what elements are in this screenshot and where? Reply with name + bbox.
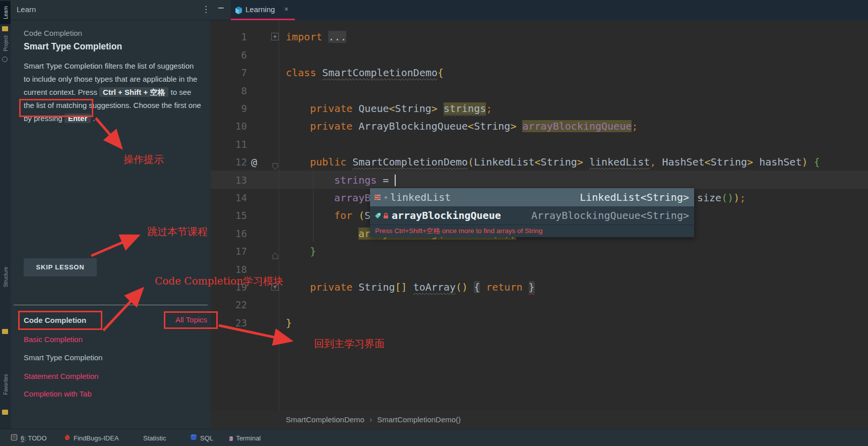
breadcrumb-item[interactable]: SmartCompletionDemo()	[377, 415, 461, 424]
lesson-category: Code Completion	[24, 29, 82, 37]
line-number: 9	[211, 99, 247, 118]
skip-lesson-button[interactable]: SKIP LESSON	[24, 258, 97, 276]
status-item-statistic[interactable]: Statistic	[140, 429, 166, 446]
shortcut-chip: Ctrl + Shift + 空格	[99, 87, 168, 97]
breadcrumb-item[interactable]: SmartCompletionDemo	[286, 415, 364, 424]
module-item-statement-completion[interactable]: Statement Completion	[24, 372, 98, 380]
line-number: 7	[211, 64, 247, 82]
code-line-8[interactable]: 8	[211, 82, 868, 100]
folder-icon	[2, 26, 8, 31]
code-text: private ArrayBlockingQueue<String> array…	[310, 117, 638, 135]
annotation-box-all-topics	[164, 311, 218, 329]
breadcrumb: SmartCompletionDemo›SmartCompletionDemo(…	[211, 411, 868, 429]
status-item-todo[interactable]: 6: TODO	[11, 429, 47, 446]
fold-marker-icon[interactable]	[271, 158, 279, 166]
stripe-item-structure[interactable]: Structure	[0, 262, 11, 292]
code-text: private String[] toArray() { return }	[310, 278, 535, 296]
completion-item-arrayBlockingQueue[interactable]: arrayBlockingQueueArrayBlockingQueue<Str…	[370, 206, 694, 225]
module-item-basic-completion[interactable]: Basic Completion	[24, 335, 83, 344]
line-number: 8	[211, 82, 247, 100]
dot-icon	[385, 196, 387, 199]
code-line-12[interactable]: 12@public SmartCompletionDemo(LinkedList…	[211, 153, 868, 171]
code-line-10[interactable]: 10private ArrayBlockingQueue<String> arr…	[211, 117, 868, 135]
line-number: 16	[211, 225, 247, 243]
line-number: 13	[211, 171, 247, 189]
fold-marker-icon[interactable]: +	[271, 33, 279, 41]
code-text: }	[286, 314, 292, 332]
code-text: private Queue<String> strings;	[310, 99, 492, 118]
code-line-1[interactable]: 1+import ...	[211, 28, 868, 46]
tab-label: Learning	[245, 5, 275, 14]
bug-icon	[64, 434, 71, 442]
status-item-terminal[interactable]: ›_Terminal	[229, 429, 261, 446]
parameter-icon	[374, 194, 382, 201]
field-lock-icon	[374, 212, 389, 219]
annotation-gutter-icon: @	[251, 153, 257, 171]
code-text: public SmartCompletionDemo(LinkedList<St…	[310, 153, 820, 171]
line-number: 1	[211, 28, 247, 46]
line-number: 12	[211, 153, 247, 171]
code-line-22[interactable]: 22	[211, 296, 868, 314]
lesson-title: Smart Type Completion	[24, 41, 122, 52]
favorites-icon	[2, 410, 8, 415]
line-number: 15	[211, 206, 247, 225]
stripe-item-favorites[interactable]: Favorites	[0, 368, 11, 401]
completion-hint: Press Ctrl+Shift+空格 once more to find ar…	[370, 225, 694, 237]
status-item-label: SQL	[200, 434, 213, 442]
annotation-tip-back: 回到主学习界面	[314, 337, 385, 351]
completion-item-linkedList[interactable]: linkedListLinkedList<String>	[370, 188, 694, 206]
module-item-completion-with-tab[interactable]: Completion with Tab	[24, 389, 92, 398]
code-line-6[interactable]: 6	[211, 46, 868, 64]
completion-item-name: arrayBlockingQueue	[392, 209, 501, 221]
code-line-18[interactable]: 18	[211, 260, 868, 278]
code-line-23[interactable]: 23}	[211, 314, 868, 332]
status-item-label: FindBugs-IDEA	[74, 434, 119, 442]
database-icon	[190, 434, 197, 442]
line-number: 17	[211, 242, 247, 260]
stripe-item-project[interactable]: Project	[0, 32, 11, 54]
tool-window-stripe: LearnProjectStructureFavorites	[0, 0, 11, 429]
fold-marker-icon[interactable]	[271, 247, 279, 255]
code-line-19[interactable]: 19+private String[] toArray() { return }	[211, 278, 868, 296]
kebab-menu-icon[interactable]: ⋮	[202, 4, 210, 15]
status-bar: 6: TODOFindBugs-IDEAStatisticSQL›_Termin…	[0, 429, 868, 446]
annotation-tip-skip: 跳过本节课程	[147, 225, 208, 239]
code-line-9[interactable]: 9private Queue<String> strings;	[211, 99, 868, 118]
ide-window: LearnProjectStructureFavorites Learn ⋮ −…	[0, 0, 868, 446]
text-caret	[395, 175, 396, 186]
close-tab-icon[interactable]: ×	[284, 5, 288, 13]
code-text: class SmartCompletionDemo{	[286, 64, 444, 82]
status-item-sql[interactable]: SQL	[190, 429, 213, 446]
code-text: strings =	[334, 171, 396, 189]
learning-cube-icon	[234, 6, 243, 17]
line-number: 14	[211, 189, 247, 207]
completion-item-type: LinkedList<String>	[580, 191, 689, 203]
breadcrumb-separator: ›	[369, 415, 372, 424]
line-number: 11	[211, 135, 247, 153]
structure-icon	[2, 329, 8, 334]
code-line-14-tail[interactable]: size());	[697, 189, 746, 207]
stripe-circle-icon	[2, 57, 8, 62]
learn-panel-title: Learn	[17, 5, 36, 14]
panel-divider	[14, 305, 208, 305]
module-item-smart-type-completion: Smart Type Completion	[24, 353, 102, 362]
code-line-17[interactable]: 17}	[211, 242, 868, 260]
tab-learning[interactable]: Learning ×	[231, 0, 295, 20]
hide-panel-icon[interactable]: −	[218, 2, 224, 15]
completion-item-name: linkedList	[390, 191, 451, 203]
line-number: 6	[211, 46, 247, 64]
code-line-11[interactable]: 11	[211, 135, 868, 153]
code-line-13[interactable]: 13strings =	[211, 171, 868, 189]
completion-popup: linkedListLinkedList<String>arrayBlockin…	[370, 188, 694, 237]
status-item-findbugs-idea[interactable]: FindBugs-IDEA	[64, 429, 119, 446]
code-text: }	[310, 242, 316, 260]
terminal-icon: ›_	[229, 434, 233, 442]
code-text: for (S	[334, 206, 370, 225]
learn-panel-header: Learn ⋮ −	[11, 0, 231, 20]
completion-item-type: ArrayBlockingQueue<String>	[531, 209, 689, 221]
stripe-item-learn[interactable]: Learn	[0, 1, 11, 24]
code-text: import ...	[286, 28, 346, 46]
editor-tab-bar: Learning ×	[231, 0, 868, 20]
code-line-7[interactable]: 7class SmartCompletionDemo{	[211, 64, 868, 82]
line-number: 10	[211, 117, 247, 135]
